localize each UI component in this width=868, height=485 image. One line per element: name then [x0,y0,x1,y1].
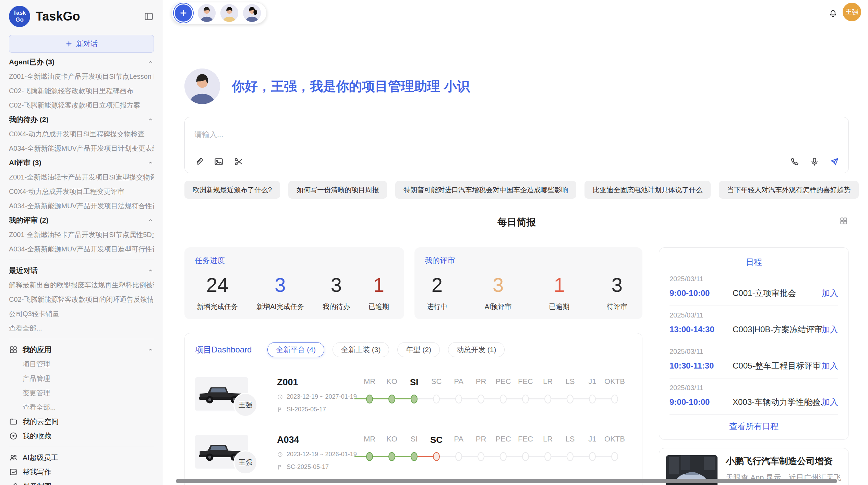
milestone-node[interactable] [388,395,395,403]
milestone-node[interactable] [522,452,529,461]
suggestion-chip[interactable]: 比亚迪全固态电池计划具体说了什么 [584,181,711,199]
session-avatar[interactable] [198,4,216,22]
dashboard-tab[interactable]: 全新平台 (4) [267,342,324,357]
dashboard-tab[interactable]: 年型 (2) [397,342,440,357]
sidebar-item[interactable]: A034-全新新能源MUV产品开发项目造型可行性评审 [9,242,154,256]
sidebar-tool-people[interactable]: AI超级员工 [9,450,154,465]
milestone-node[interactable] [611,452,618,461]
sidebar-item[interactable]: C0X4-动力总成开发项目SI里程碑提交物检查 [9,127,154,141]
notifications-bell-icon[interactable] [828,9,838,18]
milestone-node[interactable] [589,395,596,403]
briefing-layout-icon[interactable] [839,216,848,225]
stat-item: 24新增完成任务 [197,274,238,311]
session-avatar[interactable] [220,4,238,22]
horizontal-scrollbar[interactable] [176,479,837,483]
sidebar-item-star[interactable]: 我的收藏 [9,429,154,443]
sidebar-tool-pen[interactable]: 创意制图 [9,479,154,485]
milestone-node[interactable] [455,395,462,403]
milestone-node[interactable] [478,395,484,403]
app-logo: Task Go [9,6,30,27]
sidebar-item[interactable]: 查看全部... [9,321,154,335]
milestone-node[interactable] [366,452,373,461]
suggestion-chip[interactable]: 欧洲新规最近颁布了什么? [184,181,280,199]
collapse-sidebar-icon[interactable] [144,11,154,22]
insert-image-icon[interactable] [214,157,224,167]
schedule-item: 2025/03/119:00-10:00X003-车辆动力学性能验...加入 [670,378,838,415]
schedule-event-title: X003-车辆动力学性能验... [728,397,822,408]
milestone-node[interactable] [544,452,551,461]
voice-call-icon[interactable] [789,157,800,167]
suggestion-chip[interactable]: 当下年轻人对汽车外观有怎样的喜好趋势 [719,181,859,199]
clock-icon [277,394,283,400]
dashboard-tab[interactable]: 动总开发 (1) [448,342,505,357]
sidebar-item[interactable]: C02-飞腾新能源轻客改款项目的闭环通告反馈情况 [9,292,154,307]
sidebar-section-header[interactable]: Agent已办 (3) [9,55,154,69]
composer-left-icons [194,157,244,167]
project-flag: SI-2025-05-17 [277,406,359,413]
sidebar-section-header[interactable]: 我的待办 (2) [9,112,154,127]
join-meeting-link[interactable]: 加入 [822,360,838,371]
sidebar-item[interactable]: 解释最新出台的欧盟报废车法规再生塑料比例被调至15%... [9,278,154,292]
sidebar-item[interactable]: C0X4-动力总成开发项目工程变更评审 [9,184,154,199]
chevron-up-icon [147,159,154,166]
sidebar-app-item[interactable]: 产品管理 [9,371,154,386]
sidebar-section-header[interactable]: 我的评审 (2) [9,213,154,227]
sidebar-item[interactable]: Z001-全新燃油轻卡产品开发项目SI节点属性5D文件评审 [9,227,154,242]
sidebar-item[interactable]: A034-全新新能源MUV产品开发项目计划变更表编写 [9,141,154,156]
milestone-node[interactable] [567,452,574,461]
sidebar-item-folder[interactable]: 我的云空间 [9,414,154,429]
milestone-node[interactable] [567,395,574,403]
sidebar-divider [9,339,154,339]
microphone-icon[interactable] [809,157,820,167]
sidebar-item[interactable]: A034-全新新能源MUV产品开发项目法规符合性评审 [9,199,154,213]
join-meeting-link[interactable]: 加入 [822,397,838,408]
add-session-button[interactable] [174,3,193,23]
message-composer[interactable]: 请输入... [184,117,849,173]
sidebar-item[interactable]: Z001-全新燃油皮卡产品开发项目SI节点Lesson Learn报告 [9,69,154,84]
milestone-node[interactable] [500,452,507,461]
milestone-node[interactable] [544,395,551,403]
milestone-node[interactable] [611,395,618,403]
join-meeting-link[interactable]: 加入 [822,288,838,299]
milestone-node[interactable] [522,395,529,403]
sidebar-section-header[interactable]: 最近对话 [9,263,154,278]
sidebar-item[interactable]: Z001-全新燃油轻卡产品开发项目SI造型提交物评审 [9,170,154,184]
sidebar-app-item[interactable]: 变更管理 [9,386,154,400]
milestone-node[interactable] [455,452,462,461]
user-avatar[interactable]: 王强 [843,3,861,21]
milestone-node[interactable] [589,452,596,461]
sidebar-item[interactable]: C02-飞腾新能源轻客改款项目立项汇报方案 [9,98,154,112]
send-message-icon[interactable] [829,157,840,167]
session-avatar[interactable] [243,4,261,22]
milestone-node[interactable] [478,452,484,461]
sidebar-tools: AI超级员工帮我写作创意制图 [9,450,154,485]
sidebar-section-header[interactable]: AI评审 (3) [9,156,154,170]
milestone-node[interactable] [388,452,395,461]
view-all-schedule-link[interactable]: 查看所有日程 [670,415,838,437]
composer-input[interactable]: 请输入... [194,129,223,140]
stat-card: 任务进度24新增完成任务3新增AI完成任务3我的待办1已逾期 [184,247,404,319]
sidebar-app-item[interactable]: 查看全部... [9,400,154,414]
suggestion-chip[interactable]: 如何写一份清晰的项目周报 [288,181,387,199]
milestone-node[interactable] [411,395,418,403]
suggestion-chip[interactable]: 特朗普可能对进口汽车增税会对中国车企造成哪些影响 [395,181,576,199]
milestone-node[interactable] [411,452,418,461]
attach-file-icon[interactable] [194,157,204,167]
star-icon [9,432,18,440]
new-chat-button[interactable]: 新对话 [9,35,154,53]
folder-icon [9,417,18,426]
stat-value: 2 [427,274,447,296]
sidebar-tool-write[interactable]: 帮我写作 [9,465,154,479]
sidebar-item-my-apps[interactable]: 我的应用 [9,343,154,357]
milestone-label: LS [566,435,575,444]
screenshot-scissors-icon[interactable] [233,157,244,167]
join-meeting-link[interactable]: 加入 [822,324,838,335]
dashboard-tab[interactable]: 全新上装 (3) [333,342,389,357]
sidebar-item[interactable]: 公司Q3轻卡销量 [9,307,154,321]
sidebar-item[interactable]: C02-飞腾新能源轻客改款项目里程碑画布 [9,84,154,98]
sidebar-app-item[interactable]: 项目管理 [9,357,154,371]
milestone-node[interactable] [500,395,507,403]
milestone-node[interactable] [366,395,373,403]
milestone-node[interactable] [433,395,440,403]
milestone-node[interactable] [433,452,440,461]
